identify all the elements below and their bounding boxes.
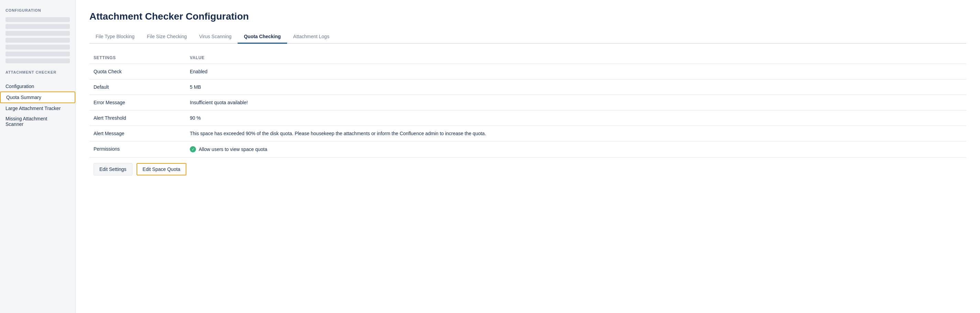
sidebar-item-missing-attachment-scanner[interactable]: Missing AttachmentScanner <box>0 113 75 129</box>
setting-label-default: Default <box>89 79 186 95</box>
button-row: Edit Settings Edit Space Quota <box>89 157 966 181</box>
setting-value-permissions: ✓ Allow users to view space quota <box>186 141 966 157</box>
setting-label-permissions: Permissions <box>89 141 186 157</box>
tab-file-size-checking[interactable]: File Size Checking <box>141 30 193 44</box>
sidebar-placeholder-1 <box>5 17 70 22</box>
col-header-settings: Settings <box>89 52 186 64</box>
setting-value-quota-check: Enabled <box>186 64 966 79</box>
setting-value-error-message: Insufficient quota available! <box>186 95 966 110</box>
tabs-nav: File Type Blocking File Size Checking Vi… <box>89 30 966 44</box>
table-row: Quota Check Enabled <box>89 64 966 79</box>
setting-label-alert-message: Alert Message <box>89 126 186 141</box>
sidebar: CONFIGURATION ATTACHMENT CHECKER Configu… <box>0 0 76 313</box>
main-content: Attachment Checker Configuration File Ty… <box>76 0 980 313</box>
sidebar-item-configuration[interactable]: Configuration <box>0 81 75 92</box>
sidebar-placeholder-7 <box>5 59 70 63</box>
sidebar-section-configuration: CONFIGURATION <box>0 8 75 15</box>
tab-virus-scanning[interactable]: Virus Scanning <box>193 30 238 44</box>
edit-settings-button[interactable]: Edit Settings <box>94 163 132 175</box>
tab-quota-checking[interactable]: Quota Checking <box>238 30 287 44</box>
permission-text: Allow users to view space quota <box>199 146 267 152</box>
setting-value-alert-message: This space has exceeded 90% of the disk … <box>186 126 966 141</box>
sidebar-item-quota-summary[interactable]: Quota Summary <box>0 92 75 103</box>
sidebar-placeholder-2 <box>5 24 70 29</box>
tab-attachment-logs[interactable]: Attachment Logs <box>287 30 336 44</box>
table-row: Default 5 MB <box>89 79 966 95</box>
edit-space-quota-button[interactable]: Edit Space Quota <box>137 163 187 175</box>
sidebar-placeholder-4 <box>5 38 70 43</box>
table-row: Permissions ✓ Allow users to view space … <box>89 141 966 157</box>
table-row: Alert Message This space has exceeded 90… <box>89 126 966 141</box>
setting-value-alert-threshold: 90 % <box>186 110 966 126</box>
setting-label-alert-threshold: Alert Threshold <box>89 110 186 126</box>
check-icon: ✓ <box>190 146 196 153</box>
sidebar-item-large-attachment-tracker[interactable]: Large Attachment Tracker <box>0 103 75 113</box>
sidebar-divider: ATTACHMENT CHECKER <box>0 70 75 77</box>
tab-file-type-blocking[interactable]: File Type Blocking <box>89 30 141 44</box>
sidebar-placeholder-6 <box>5 52 70 56</box>
sidebar-placeholder-5 <box>5 45 70 49</box>
table-row: Alert Threshold 90 % <box>89 110 966 126</box>
sidebar-section-attachment-checker: ATTACHMENT CHECKER <box>0 70 75 77</box>
page-title: Attachment Checker Configuration <box>89 11 966 22</box>
setting-label-quota-check: Quota Check <box>89 64 186 79</box>
setting-value-default: 5 MB <box>186 79 966 95</box>
col-header-value: Value <box>186 52 966 64</box>
settings-table: Settings Value Quota Check Enabled Defau… <box>89 52 966 157</box>
permission-row: ✓ Allow users to view space quota <box>190 146 962 153</box>
setting-label-error-message: Error Message <box>89 95 186 110</box>
table-row: Error Message Insufficient quota availab… <box>89 95 966 110</box>
sidebar-placeholder-3 <box>5 31 70 36</box>
